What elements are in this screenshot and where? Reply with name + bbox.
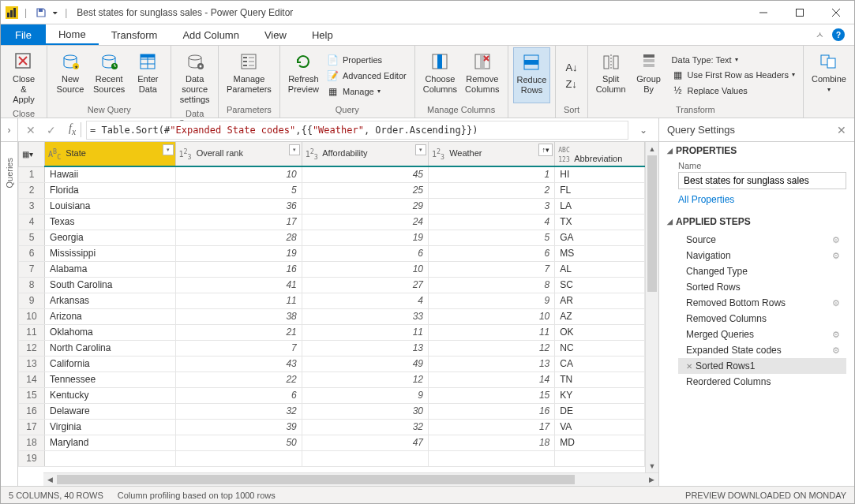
- row-number[interactable]: 11: [19, 324, 45, 340]
- cell-rank[interactable]: 50: [175, 435, 302, 450]
- column-header-state[interactable]: ABC State▾: [45, 142, 175, 166]
- row-number[interactable]: 19: [19, 450, 45, 466]
- cell-abbr[interactable]: MD: [555, 435, 645, 450]
- cell-weather[interactable]: 12: [429, 340, 555, 356]
- cell-afford[interactable]: 30: [302, 403, 428, 419]
- cell-weather[interactable]: 4: [429, 214, 555, 230]
- sort-asc-button[interactable]: A↓: [562, 60, 580, 75]
- cell-rank[interactable]: 6: [175, 387, 302, 403]
- cell-weather[interactable]: 9: [429, 293, 555, 308]
- cell-state[interactable]: South Carolina: [45, 277, 175, 293]
- table-row[interactable]: 7Alabama16107AL: [19, 261, 645, 277]
- row-number[interactable]: 15: [19, 387, 45, 403]
- table-row[interactable]: 13California434913CA: [19, 356, 645, 371]
- scroll-left-icon[interactable]: ◀: [43, 473, 57, 486]
- cell-rank[interactable]: 5: [175, 182, 302, 198]
- ribbon-collapse-icon[interactable]: ㅅ: [816, 29, 824, 41]
- formula-fx-icon[interactable]: fx: [64, 122, 81, 137]
- cell-rank[interactable]: 39: [175, 419, 302, 435]
- cell-abbr[interactable]: TX: [555, 214, 645, 230]
- cell-abbr[interactable]: VA: [555, 419, 645, 435]
- row-number[interactable]: 7: [19, 261, 45, 277]
- cell-abbr[interactable]: DE: [555, 403, 645, 419]
- column-header-weather[interactable]: 123 Weather↑▾: [429, 142, 555, 166]
- applied-step[interactable]: Changed Type: [678, 263, 846, 279]
- sort-desc-button[interactable]: Z↓: [562, 77, 580, 91]
- cell-weather[interactable]: [429, 450, 555, 466]
- cell-afford[interactable]: 29: [302, 198, 428, 214]
- refresh-preview-button[interactable]: Refresh Preview: [285, 47, 322, 103]
- cell-weather[interactable]: 7: [429, 261, 555, 277]
- scroll-down-icon[interactable]: ▼: [646, 459, 658, 472]
- applied-step[interactable]: Navigation⚙: [678, 248, 846, 263]
- properties-button[interactable]: 📄Properties: [324, 53, 410, 67]
- table-row[interactable]: 10Arizona383310AZ: [19, 308, 645, 324]
- applied-step[interactable]: Source⚙: [678, 232, 846, 248]
- new-source-button[interactable]: ★ New Source: [52, 47, 88, 103]
- cell-afford[interactable]: 49: [302, 356, 428, 371]
- column-header-abbreviation[interactable]: ABC123 Abbreviation: [555, 142, 645, 166]
- row-number[interactable]: 17: [19, 419, 45, 435]
- table-row[interactable]: 11Oklahoma211111OK: [19, 324, 645, 340]
- applied-step[interactable]: Removed Bottom Rows⚙: [678, 295, 846, 311]
- cell-weather[interactable]: 13: [429, 356, 555, 371]
- table-row[interactable]: 5Georgia28195GA: [19, 230, 645, 245]
- cell-rank[interactable]: 7: [175, 340, 302, 356]
- row-number[interactable]: 5: [19, 230, 45, 245]
- cell-rank[interactable]: 10: [175, 166, 302, 182]
- applied-step[interactable]: Merged Queries⚙: [678, 327, 846, 342]
- scroll-thumb[interactable]: [57, 475, 575, 484]
- cell-abbr[interactable]: AL: [555, 261, 645, 277]
- formula-cancel-icon[interactable]: ✕: [23, 124, 39, 136]
- cell-abbr[interactable]: GA: [555, 230, 645, 245]
- cell-weather[interactable]: 15: [429, 387, 555, 403]
- cell-state[interactable]: Texas: [45, 214, 175, 230]
- vertical-scrollbar[interactable]: ▲ ▼: [645, 142, 658, 472]
- choose-columns-button[interactable]: Choose Columns: [420, 47, 460, 103]
- table-row[interactable]: 17Virginia393217VA: [19, 419, 645, 435]
- cell-rank[interactable]: 38: [175, 308, 302, 324]
- table-row[interactable]: 15Kentucky6915KY: [19, 387, 645, 403]
- row-number[interactable]: 13: [19, 356, 45, 371]
- cell-abbr[interactable]: [555, 450, 645, 466]
- qa-dropdown-icon[interactable]: 🞃: [52, 9, 58, 16]
- cell-state[interactable]: Arizona: [45, 308, 175, 324]
- table-row[interactable]: 19: [19, 450, 645, 466]
- enter-data-button[interactable]: Enter Data: [129, 47, 166, 103]
- cell-afford[interactable]: 45: [302, 166, 428, 182]
- cell-state[interactable]: Oklahoma: [45, 324, 175, 340]
- cell-weather[interactable]: 6: [429, 245, 555, 261]
- scroll-thumb[interactable]: [647, 155, 657, 292]
- cell-weather[interactable]: 10: [429, 308, 555, 324]
- menu-view[interactable]: View: [252, 24, 299, 45]
- cell-afford[interactable]: 32: [302, 419, 428, 435]
- row-number[interactable]: 6: [19, 245, 45, 261]
- table-row[interactable]: 16Delaware323016DE: [19, 403, 645, 419]
- delete-step-icon[interactable]: ✕: [686, 362, 692, 371]
- cell-afford[interactable]: [302, 450, 428, 466]
- cell-weather[interactable]: 5: [429, 230, 555, 245]
- save-icon[interactable]: [33, 7, 49, 18]
- row-number[interactable]: 18: [19, 435, 45, 450]
- horizontal-scrollbar[interactable]: ◀ ▶: [43, 472, 658, 486]
- menu-transform[interactable]: Transform: [99, 24, 171, 45]
- table-row[interactable]: 18Maryland504718MD: [19, 435, 645, 450]
- scroll-up-icon[interactable]: ▲: [646, 142, 658, 155]
- cell-rank[interactable]: [175, 450, 302, 466]
- sort-indicator-icon[interactable]: ↑▾: [538, 144, 553, 156]
- row-number[interactable]: 14: [19, 371, 45, 387]
- advanced-editor-button[interactable]: 📝Advanced Editor: [324, 69, 410, 83]
- row-number[interactable]: 2: [19, 182, 45, 198]
- cell-abbr[interactable]: NC: [555, 340, 645, 356]
- cell-afford[interactable]: 10: [302, 261, 428, 277]
- formula-expand-icon[interactable]: ⌄: [633, 125, 654, 136]
- cell-abbr[interactable]: KY: [555, 387, 645, 403]
- table-row[interactable]: 4Texas17244TX: [19, 214, 645, 230]
- manage-query-button[interactable]: ▦Manage ▾: [324, 84, 410, 99]
- applied-step[interactable]: Removed Columns: [678, 311, 846, 327]
- group-by-button[interactable]: Group By: [631, 47, 667, 103]
- cell-afford[interactable]: 47: [302, 435, 428, 450]
- cell-rank[interactable]: 17: [175, 214, 302, 230]
- filter-icon[interactable]: ▾: [415, 144, 426, 155]
- applied-steps-section[interactable]: ◢APPLIED STEPS: [667, 216, 846, 227]
